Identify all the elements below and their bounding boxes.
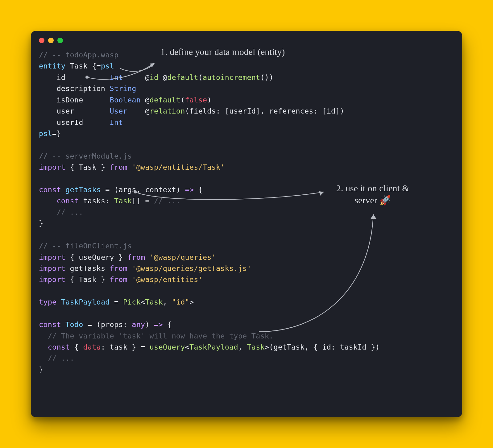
code-keyword: import (39, 264, 65, 273)
code-keyword: const (39, 320, 61, 329)
code-def: TaskPayload (61, 298, 110, 306)
code-keyword: from (110, 163, 127, 172)
code-text: > (189, 298, 194, 306)
code-text: [] = (132, 197, 154, 205)
code-text: { Task } (65, 163, 110, 172)
code-comment: // ... (48, 354, 74, 363)
code-text: @ (158, 73, 167, 82)
code-bool: false (185, 96, 207, 104)
code-def: getTasks (65, 185, 101, 194)
code-text: = (args, context) (101, 185, 185, 194)
code-keyword: const (56, 197, 79, 205)
code-attr: default (150, 96, 180, 104)
code-text: } (39, 219, 43, 228)
code-string: '@wasp/entities' (127, 275, 203, 284)
code-text (39, 332, 48, 340)
code-keyword: entity (39, 62, 65, 70)
code-comment: // ... (154, 197, 180, 205)
code-text: ()) (260, 73, 273, 82)
code-type: Int (110, 73, 123, 82)
code-text: user (39, 107, 110, 115)
code-text: { (163, 320, 172, 329)
maximize-icon[interactable] (57, 38, 63, 43)
code-attr: default (167, 73, 198, 82)
code-keyword: type (39, 298, 56, 306)
code-text: >(getTask, { id: taskId }) (265, 343, 380, 351)
code-text: =} (52, 129, 61, 138)
code-text: , (238, 343, 247, 351)
code-string: "id" (172, 298, 189, 306)
close-icon[interactable] (39, 38, 44, 43)
code-text: { (194, 185, 203, 194)
code-comment: // -- fileOnClient.js (39, 242, 132, 250)
code-window: // -- todoApp.wasp entity Task {=psl id … (31, 31, 462, 417)
code-text: ( (198, 73, 203, 82)
code-keyword: from (110, 264, 127, 273)
code-keyword: const (39, 185, 61, 194)
code-keyword: const (48, 343, 70, 351)
code-text: : task } = (101, 343, 150, 351)
code-keyword: psl (39, 129, 52, 138)
code-text: @ (127, 107, 150, 115)
code-text (39, 343, 48, 351)
code-def: Todo (65, 320, 83, 329)
code-string: '@wasp/entities/Task' (127, 163, 225, 172)
code-text: { Task } (65, 275, 110, 284)
code-op: => (154, 320, 163, 329)
code-text (39, 197, 56, 205)
code-string: '@wasp/queries/getTasks.js' (127, 264, 251, 273)
code-text (39, 354, 48, 363)
code-type: String (110, 84, 136, 93)
code-text: description (39, 84, 110, 93)
code-text: , (163, 298, 172, 306)
code-text (39, 208, 56, 217)
code-text: @ (123, 73, 150, 82)
code-text: ) (145, 320, 154, 329)
code-type: any (132, 320, 145, 329)
code-text: Task (65, 62, 92, 70)
code-keyword: import (39, 275, 65, 284)
code-keyword: psl (101, 62, 114, 70)
window-titlebar (31, 31, 462, 43)
code-text: ) (207, 96, 211, 104)
code-text: } (39, 365, 43, 374)
code-text (61, 185, 65, 194)
code-text: getTasks (65, 264, 110, 273)
code-text (56, 298, 61, 306)
code-keyword: from (110, 275, 127, 284)
code-type: Task (247, 343, 264, 351)
code-text: < (141, 298, 145, 306)
code-attr: id (150, 73, 159, 82)
minimize-icon[interactable] (48, 38, 54, 43)
code-text: { (70, 343, 83, 351)
code-type: Task (114, 197, 132, 205)
code-text: { useQuery } (65, 253, 127, 262)
code-text: tasks: (79, 197, 114, 205)
code-fn: autoincrement (203, 73, 260, 82)
code-type: User (110, 107, 127, 115)
code-keyword: import (39, 163, 65, 172)
code-fn: Pick (123, 298, 141, 306)
code-punct: {= (92, 62, 101, 70)
code-keyword: import (39, 253, 65, 262)
code-text: < (185, 343, 189, 351)
code-type: Int (110, 118, 123, 127)
code-type: Boolean (110, 96, 141, 104)
code-text: id (39, 73, 110, 82)
code-block: // -- todoApp.wasp entity Task {=psl id … (31, 43, 462, 384)
code-string: '@wasp/queries' (145, 253, 216, 262)
code-text: = (110, 298, 123, 306)
code-text: @ (141, 96, 150, 104)
code-attr: relation (150, 107, 185, 115)
code-type: TaskPayload (189, 343, 238, 351)
code-comment: // ... (56, 208, 83, 217)
code-text (61, 320, 65, 329)
code-text: isDone (39, 96, 110, 104)
code-text: (fields: [userId], references: [id]) (185, 107, 345, 115)
code-op: => (185, 185, 194, 194)
code-prop: data (83, 343, 101, 351)
code-fn: useQuery (150, 343, 185, 351)
code-comment: // -- serverModule.js (39, 152, 132, 160)
code-type: Task (145, 298, 163, 306)
code-keyword: from (127, 253, 145, 262)
